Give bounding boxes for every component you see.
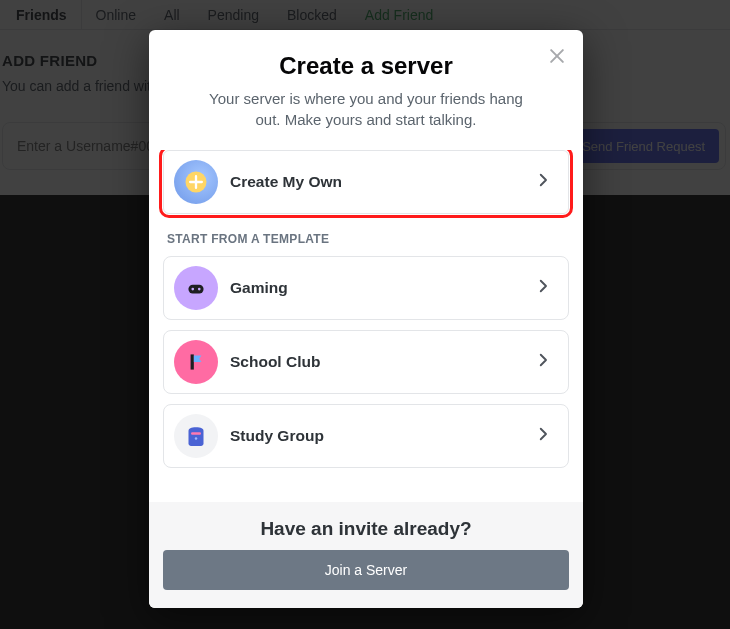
svg-point-5	[198, 288, 201, 291]
option-school-club[interactable]: School Club	[163, 330, 569, 394]
svg-point-4	[191, 288, 194, 291]
option-label: Gaming	[230, 279, 534, 297]
svg-point-7	[195, 437, 198, 440]
option-study-group[interactable]: Study Group	[163, 404, 569, 468]
gaming-icon	[174, 266, 218, 310]
modal-subtitle: Your server is where you and your friend…	[177, 88, 555, 130]
footer-title: Have an invite already?	[163, 518, 569, 540]
chevron-right-icon	[534, 277, 552, 299]
templates-header: START FROM A TEMPLATE	[167, 232, 569, 246]
chevron-right-icon	[534, 425, 552, 447]
modal-footer: Have an invite already? Join a Server	[149, 502, 583, 608]
study-group-icon	[174, 414, 218, 458]
chevron-right-icon	[534, 351, 552, 373]
option-label: School Club	[230, 353, 534, 371]
modal-title: Create a server	[177, 52, 555, 80]
join-server-button[interactable]: Join a Server	[163, 550, 569, 590]
create-server-modal: Create a server Your server is where you…	[149, 30, 583, 608]
option-create-my-own[interactable]: Create My Own	[163, 150, 569, 214]
svg-rect-6	[191, 432, 201, 435]
option-label: Study Group	[230, 427, 534, 445]
option-label: Create My Own	[230, 173, 534, 191]
modal-options-scroll[interactable]: Create My Own START FROM A TEMPLATE Gami…	[149, 150, 583, 502]
create-own-icon	[174, 160, 218, 204]
school-club-icon	[174, 340, 218, 384]
option-gaming[interactable]: Gaming	[163, 256, 569, 320]
svg-rect-3	[188, 285, 203, 294]
overflow-spacer	[163, 478, 569, 492]
close-icon[interactable]	[545, 44, 569, 68]
chevron-right-icon	[534, 171, 552, 193]
